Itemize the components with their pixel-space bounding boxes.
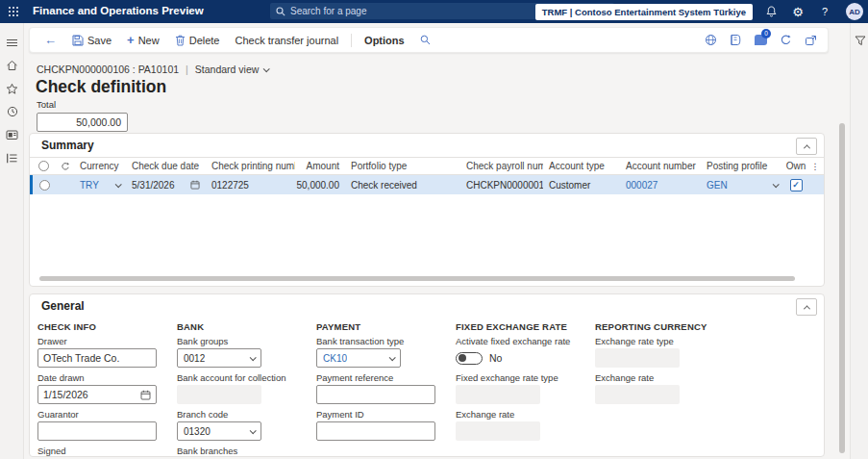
col-posting-profile[interactable]: Posting profile <box>701 161 783 171</box>
col-amount[interactable]: Amount <box>295 161 345 171</box>
bank-groups-value: 0012 <box>184 353 205 364</box>
user-avatar[interactable]: AD <box>846 3 863 20</box>
delete-label: Delete <box>189 35 220 46</box>
table-row-selected[interactable]: TRY 5/31/2026 0122725 50,000.00 Check re… <box>30 175 824 194</box>
breadcrumb: CHCKPN000000106 : PA10101 | Standard vie… <box>37 64 268 75</box>
cell-currency[interactable]: TRY <box>74 180 126 191</box>
record-id: CHCKPN000000106 : PA10101 <box>37 64 179 75</box>
fixed-exchange-rate-column: FIXED EXCHANGE RATE Activate fixed excha… <box>456 321 595 457</box>
column-options-icon[interactable] <box>808 162 822 171</box>
grid-refresh-icon[interactable] <box>57 162 74 171</box>
expand-menu-icon[interactable] <box>0 31 24 54</box>
filter-funnel-icon[interactable] <box>851 29 868 52</box>
col-check-payroll-number[interactable]: Check payroll number <box>460 161 543 171</box>
new-label: New <box>138 35 160 46</box>
fixed-exchange-rate-heading: FIXED EXCHANGE RATE <box>456 321 595 332</box>
cell-account-number[interactable]: 000027 <box>620 180 701 191</box>
summary-header: Summary <box>30 134 824 157</box>
chevron-down-icon <box>250 427 257 434</box>
open-in-new-window-icon[interactable] <box>803 33 818 48</box>
col-account-type[interactable]: Account type <box>543 161 620 171</box>
bank-groups-dropdown[interactable]: 0012 <box>177 348 261 368</box>
options-label: Options <box>364 35 405 46</box>
delete-button[interactable]: Delete <box>168 30 227 51</box>
select-all-radio[interactable] <box>38 161 49 171</box>
globe-icon[interactable] <box>703 33 718 48</box>
find-button[interactable] <box>413 30 437 51</box>
reporting-exchange-rate-label: Exchange rate <box>595 372 734 383</box>
row-select-radio[interactable] <box>39 180 50 191</box>
payment-id-field[interactable] <box>316 421 435 441</box>
check-transfer-journal-label: Check transfer journal <box>235 35 338 46</box>
view-selector[interactable]: Standard view <box>195 64 269 75</box>
bank-account-for-collection-label: Bank account for collection <box>177 372 316 383</box>
col-account-number[interactable]: Account number <box>620 161 701 171</box>
bank-transaction-type-dropdown[interactable]: CK10 <box>316 348 401 368</box>
summary-title: Summary <box>41 139 94 152</box>
cell-portfolio-type[interactable]: Check received <box>345 180 460 191</box>
cell-account-type[interactable]: Customer <box>543 180 620 191</box>
grid-horizontal-scrollbar[interactable] <box>39 276 795 281</box>
payment-reference-field[interactable] <box>316 385 435 404</box>
total-value-field[interactable]: 50,000.00 <box>37 113 128 132</box>
save-button[interactable]: Save <box>65 30 118 51</box>
cell-check-payroll-number[interactable]: CHCKPN000000106 <box>460 180 543 191</box>
action-bar: Save New Delete Check transfer journal O… <box>29 27 829 53</box>
date-drawn-label: Date drawn <box>37 372 177 383</box>
bank-heading: BANK <box>177 321 316 332</box>
book-icon[interactable] <box>728 33 743 48</box>
top-bar: Finance and Operations Preview TRMF | Co… <box>0 0 868 23</box>
date-drawn-field[interactable]: 1/15/2026 <box>37 385 157 404</box>
select-all-cell <box>30 161 57 171</box>
branch-code-dropdown[interactable]: 01320 <box>177 421 261 441</box>
new-button[interactable]: New <box>120 30 166 51</box>
summary-collapse-button[interactable] <box>796 138 817 155</box>
messages-icon[interactable]: 0 <box>753 33 768 48</box>
drawer-field[interactable] <box>37 348 157 368</box>
col-check-due-date[interactable]: Check due date <box>126 161 206 171</box>
col-check-printing-number[interactable]: Check printing number <box>206 161 295 171</box>
recent-clock-icon[interactable] <box>0 100 24 123</box>
notifications-bell-icon[interactable] <box>762 3 780 20</box>
favorites-star-icon[interactable] <box>0 77 24 100</box>
own-checkbox[interactable] <box>790 179 803 191</box>
row-select-cell <box>33 180 57 191</box>
reporting-currency-heading: REPORTING CURRENCY <box>595 321 734 332</box>
calendar-icon[interactable] <box>140 390 151 400</box>
account-number-link[interactable]: 000027 <box>626 180 657 191</box>
cell-check-printing-number[interactable]: 0122725 <box>206 180 295 191</box>
back-button[interactable] <box>37 30 63 51</box>
chevron-down-icon <box>773 181 780 188</box>
payment-column: PAYMENT Bank transaction type CK10 Payme… <box>316 321 456 457</box>
environment-badge[interactable]: TRMF | Contoso Entertainment System Türk… <box>535 4 753 20</box>
vertical-scrollbar[interactable] <box>839 123 845 453</box>
bank-account-for-collection-field <box>177 385 261 404</box>
home-icon[interactable] <box>0 54 24 77</box>
workspaces-icon[interactable] <box>0 123 24 146</box>
date-drawn-value: 1/15/2026 <box>43 389 88 400</box>
col-own[interactable]: Own <box>783 161 808 171</box>
activate-fixed-exchange-rate-toggle[interactable] <box>456 352 483 365</box>
check-transfer-journal-button[interactable]: Check transfer journal <box>228 30 345 51</box>
settings-gear-icon[interactable] <box>789 3 806 20</box>
calendar-icon[interactable] <box>190 180 200 190</box>
help-icon[interactable]: ? <box>816 3 833 20</box>
options-menu-button[interactable]: Options <box>358 30 411 51</box>
drawer-label: Drawer <box>37 336 177 346</box>
trash-icon <box>175 35 186 46</box>
modules-list-icon[interactable] <box>0 146 24 169</box>
cell-check-due-date[interactable]: 5/31/2026 <box>126 180 206 191</box>
check-info-heading: CHECK INFO <box>37 321 177 332</box>
cell-posting-profile[interactable]: GEN <box>701 180 783 191</box>
summary-grid: Currency Check due date Check printing n… <box>30 157 824 194</box>
app-launcher-icon[interactable] <box>6 4 21 19</box>
cell-amount[interactable]: 50,000.00 <box>295 180 345 191</box>
guarantor-field[interactable] <box>37 421 157 441</box>
general-section: General CHECK INFO Drawer Date drawn 1/1… <box>29 293 825 457</box>
col-portfolio-type[interactable]: Portfolio type <box>345 161 460 171</box>
col-currency[interactable]: Currency <box>74 161 126 171</box>
branch-code-label: Branch code <box>177 409 316 420</box>
main-content: Save New Delete Check transfer journal O… <box>24 23 850 459</box>
general-collapse-button[interactable] <box>796 298 817 316</box>
refresh-icon[interactable] <box>778 33 793 48</box>
